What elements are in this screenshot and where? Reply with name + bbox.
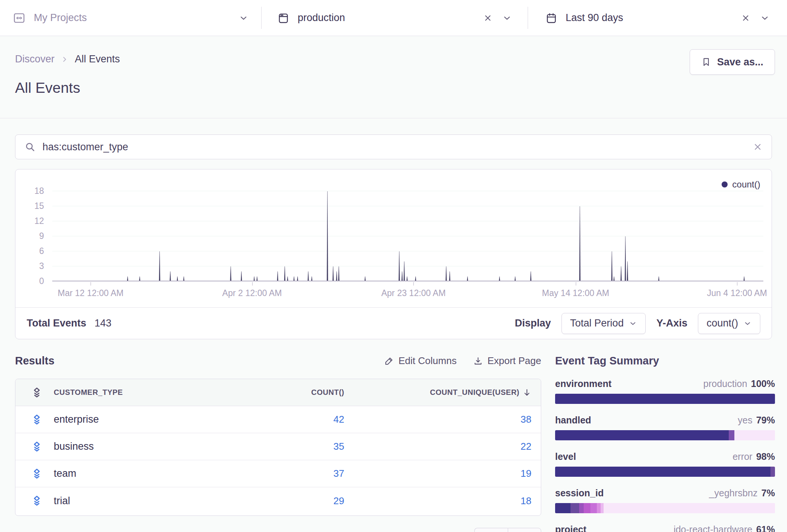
export-page-label: Export Page	[487, 355, 541, 367]
chevron-down-icon[interactable]	[239, 13, 248, 23]
tag-top-percent: 98%	[756, 451, 775, 462]
edit-columns-label: Edit Columns	[398, 355, 457, 367]
tag-top-percent: 7%	[761, 488, 775, 499]
page-header: Discover All Events Save as... All Event…	[0, 36, 787, 118]
cell-count-unique-link[interactable]: 19	[344, 468, 531, 479]
chevron-down-icon	[629, 319, 637, 328]
tag-top-value: _yeghrsbnz	[709, 488, 758, 499]
column-header-customer-type[interactable]: CUSTOMER_TYPE	[54, 388, 224, 397]
tag-row-project: project ido-react-hardware 61%	[555, 524, 775, 532]
cell-count-link[interactable]: 29	[224, 495, 344, 507]
display-dropdown-value: Total Period	[570, 317, 624, 329]
legend-dot-icon	[722, 181, 728, 187]
tag-distribution-bar	[555, 430, 775, 440]
environment-selector-label: production	[298, 12, 345, 24]
tag-key: handled	[555, 415, 591, 426]
clear-environment-icon[interactable]	[483, 14, 492, 23]
calendar-icon	[545, 12, 557, 24]
column-header-count-unique[interactable]: COUNT_UNIQUE(USER)	[344, 388, 531, 397]
stack-icon[interactable]	[15, 440, 54, 453]
edit-columns-button[interactable]: Edit Columns	[384, 355, 457, 367]
events-chart-card: count() 0369121518 Mar 12 12:00 AMApr 2 …	[15, 169, 772, 339]
cell-customer-type: enterprise	[54, 414, 224, 425]
results-header-row: Results Edit Columns Export Page	[15, 355, 541, 367]
page-title: All Events	[15, 80, 80, 96]
tag-row-level: level error 98%	[555, 451, 775, 477]
table-row: team 37 19	[15, 460, 541, 487]
y-axis-labels: 0369121518	[15, 191, 52, 281]
pagination	[474, 528, 541, 532]
cell-count-unique-link[interactable]: 18	[344, 495, 531, 507]
results-heading: Results	[15, 355, 54, 367]
tag-top-percent: 61%	[756, 524, 775, 532]
save-as-button[interactable]: Save as...	[690, 49, 775, 75]
tag-top-value: yes	[738, 415, 752, 426]
cell-count-link[interactable]: 37	[224, 468, 344, 479]
date-range-label: Last 90 days	[566, 12, 623, 24]
environment-selector[interactable]: production	[262, 0, 528, 36]
discover-all-events-page: My Projects production	[0, 0, 787, 532]
project-selector[interactable]: My Projects	[0, 0, 261, 36]
chart-legend[interactable]: count()	[722, 179, 760, 190]
search-input[interactable]	[42, 141, 753, 153]
tag-key: session_id	[555, 488, 604, 499]
breadcrumb: Discover All Events	[15, 53, 120, 65]
tag-top-value: ido-react-hardware	[673, 524, 752, 532]
tag-row-session-id: session_id _yeghrsbnz 7%	[555, 488, 775, 513]
stack-icon[interactable]	[15, 467, 54, 480]
y-axis-dropdown-value: count()	[707, 317, 738, 329]
search-icon	[24, 141, 36, 153]
clear-search-icon[interactable]	[753, 142, 763, 152]
tag-row-handled: handled yes 79%	[555, 415, 775, 440]
chart-footer: Total Events 143 Display Total Period Y-…	[15, 307, 772, 339]
bookmark-icon	[701, 57, 711, 67]
chart-series-spikes	[52, 191, 763, 281]
tag-top-percent: 100%	[751, 378, 775, 389]
table-header-row: CUSTOMER_TYPE COUNT() COUNT_UNIQUE(USER)	[15, 379, 541, 406]
tag-key: level	[555, 451, 576, 462]
pagination-prev-button[interactable]	[474, 528, 508, 532]
cell-count-link[interactable]: 35	[224, 441, 344, 452]
tag-key: project	[555, 524, 586, 532]
chevron-down-icon[interactable]	[760, 13, 770, 23]
stack-icon[interactable]	[15, 413, 54, 426]
cell-customer-type: business	[54, 441, 224, 452]
tag-top-value: production	[703, 378, 747, 389]
y-axis-dropdown[interactable]: count()	[698, 313, 760, 334]
event-tag-summary: Event Tag Summary environment production…	[555, 355, 775, 532]
sort-desc-arrow-icon	[522, 388, 531, 397]
stack-icon	[15, 386, 54, 399]
total-events-value: 143	[95, 317, 112, 329]
chevron-right-icon	[61, 55, 69, 63]
cell-customer-type: team	[54, 468, 224, 479]
cell-count-link[interactable]: 42	[224, 414, 344, 425]
save-as-label: Save as...	[717, 56, 763, 68]
tag-top-value: error	[733, 451, 752, 462]
export-page-button[interactable]: Export Page	[473, 355, 541, 367]
tag-summary-title: Event Tag Summary	[555, 355, 775, 367]
breadcrumb-discover-link[interactable]: Discover	[15, 53, 54, 65]
date-range-selector[interactable]: Last 90 days	[528, 0, 787, 36]
cell-customer-type: trial	[54, 495, 224, 507]
cell-count-unique-link[interactable]: 22	[344, 441, 531, 452]
x-axis-labels: Mar 12 12:00 AMApr 2 12:00 AMApr 23 12:0…	[52, 282, 763, 299]
project-selector-label: My Projects	[34, 12, 87, 24]
legend-label: count()	[732, 179, 760, 190]
cell-count-unique-link[interactable]: 38	[344, 414, 531, 425]
results-table: CUSTOMER_TYPE COUNT() COUNT_UNIQUE(USER)…	[15, 379, 541, 516]
breadcrumb-current: All Events	[75, 53, 120, 65]
projects-icon	[13, 12, 26, 24]
chevron-down-icon[interactable]	[502, 13, 512, 23]
window-icon	[277, 12, 289, 24]
display-dropdown[interactable]: Total Period	[561, 313, 646, 334]
pagination-next-button[interactable]	[508, 528, 541, 532]
chart-plot-wrap: 0369121518	[15, 191, 763, 281]
download-icon	[473, 356, 483, 366]
tag-top-percent: 79%	[756, 415, 775, 426]
chart-plot-area	[52, 191, 763, 281]
table-row: enterprise 42 38	[15, 406, 541, 433]
column-header-count[interactable]: COUNT()	[224, 388, 344, 397]
stack-icon[interactable]	[15, 494, 54, 507]
tag-distribution-bar	[555, 467, 775, 477]
clear-date-icon[interactable]	[741, 14, 750, 23]
